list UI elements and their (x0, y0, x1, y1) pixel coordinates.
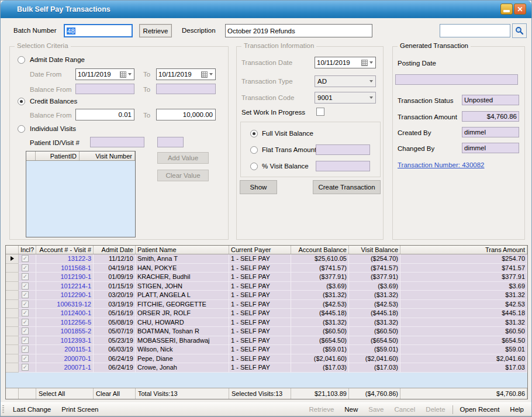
incl-checkbox[interactable]: ✓ (22, 346, 29, 353)
table-row[interactable]: ✓13122-311/12/10Smith, Anna T1 - SELF PA… (6, 254, 527, 264)
visit-balance-column-header[interactable]: Visit Balance (349, 246, 400, 254)
account-visit-link[interactable]: 1012400-1 (36, 309, 94, 318)
admit-date-cell: 05/07/19 (94, 327, 136, 336)
clear-all-button[interactable]: Clear All (94, 388, 136, 399)
table-row[interactable]: ✓200071-106/24/19Crowe, Jonah1 - SELF PA… (6, 363, 527, 373)
incl-checkbox[interactable]: ✓ (22, 364, 29, 371)
row-selector[interactable] (6, 273, 19, 282)
account-visit-link[interactable]: 13122-3 (36, 254, 94, 264)
account-balance-column-header[interactable]: Account Balance (291, 246, 349, 254)
account-visit-link[interactable]: 1012290-1 (36, 291, 94, 300)
individual-visits-radio[interactable] (18, 125, 25, 133)
incl-checkbox[interactable]: ✓ (22, 255, 29, 262)
credit-balances-radio[interactable] (18, 98, 25, 105)
row-selector[interactable] (6, 363, 19, 373)
account-visit-link[interactable]: 1012256-5 (36, 318, 94, 328)
incl-checkbox[interactable]: ✓ (22, 337, 29, 344)
window-title: Bulk Self Pay Transactions (17, 1, 110, 18)
date-from-field[interactable]: 10/11/2019 (75, 68, 134, 80)
table-row[interactable]: ✓1006319-1203/19/19FITCHIE, GEORGETTE1 -… (6, 300, 527, 309)
selector-column-header (6, 246, 19, 254)
incl-column-header[interactable]: Incl? (19, 246, 36, 254)
incl-checkbox[interactable]: ✓ (22, 264, 29, 271)
account-visit-link[interactable]: 200115-1 (36, 345, 94, 354)
row-selector[interactable] (6, 291, 19, 300)
credit-balance-from-field[interactable]: 0.01 (75, 109, 134, 120)
account-visit-link[interactable]: 1012214-1 (36, 282, 94, 291)
account-visit-link[interactable]: 1001855-2 (36, 327, 94, 336)
table-row[interactable]: ✓1012214-101/15/19STIGEN, JOHN1 - SELF P… (6, 282, 527, 291)
toolbar-item-print-screen[interactable]: Print Screen (56, 406, 103, 413)
incl-checkbox[interactable]: ✓ (22, 319, 29, 326)
pct-visit-balance-radio[interactable] (250, 163, 258, 170)
incl-checkbox[interactable]: ✓ (22, 301, 29, 308)
table-row[interactable]: ✓200115-106/03/19Wilson, Nick1 - SELF PA… (6, 345, 527, 354)
table-row[interactable]: ✓1011568-104/19/18HAN, POKYE1 - SELF PAY… (6, 264, 527, 273)
account-visit-link[interactable]: 1011568-1 (36, 264, 94, 273)
batch-number-input[interactable]: 48 (64, 24, 133, 37)
account-column-header[interactable]: Account # - Visit # (36, 246, 94, 254)
show-button[interactable]: Show (240, 180, 277, 194)
table-row[interactable]: ✓1012256-505/08/19CHU, HOWARD1 - SELF PA… (6, 318, 527, 328)
retrieve-button[interactable]: Retrieve (139, 24, 172, 37)
row-selector[interactable] (6, 354, 19, 364)
incl-checkbox[interactable]: ✓ (22, 282, 29, 290)
account-visit-link[interactable]: 200070-1 (36, 354, 94, 364)
toolbar-item-new[interactable]: New (339, 406, 363, 413)
table-row[interactable]: ✓1012190-101/09/19KRACHER, Budhil1 - SEL… (6, 273, 527, 282)
table-row[interactable]: ✓1001855-205/07/19BOATMAN, Toshan R1 - S… (6, 327, 527, 336)
row-selector[interactable] (6, 318, 19, 328)
row-selector[interactable] (6, 254, 19, 264)
create-transaction-button[interactable]: Create Transaction (313, 180, 381, 194)
row-selector[interactable] (6, 300, 19, 309)
incl-checkbox[interactable]: ✓ (22, 355, 29, 362)
toolbar-item-last-change[interactable]: Last Change (8, 406, 56, 413)
transaction-type-select[interactable]: AD (315, 75, 376, 87)
patient-name-column-header[interactable]: Patient Name (136, 246, 229, 254)
account-visit-link[interactable]: 1012190-1 (36, 273, 94, 282)
search-input[interactable] (440, 24, 510, 37)
current-payer-column-header[interactable]: Current Payer (229, 246, 291, 254)
description-input[interactable]: October 2019 Refunds (225, 24, 372, 37)
admit-date-range-radio[interactable] (18, 56, 25, 64)
table-row[interactable]: ✓1012400-105/16/19ORSER JR, ROLF1 - SELF… (6, 309, 527, 318)
transaction-code-select[interactable]: 9001 (315, 92, 376, 104)
incl-checkbox[interactable]: ✓ (22, 273, 29, 280)
bottom-toolbar: Last ChangePrint Screen RetrieveNewSaveC… (1, 402, 531, 416)
patient-visit-list: PatientID Visit Number (26, 151, 136, 237)
account-visit-link[interactable]: 1012393-1 (36, 336, 94, 346)
row-selector[interactable] (6, 336, 19, 346)
toolbar-item-help[interactable]: Help (505, 406, 529, 413)
minimize-button[interactable] (500, 4, 513, 15)
close-button[interactable]: ✕ (514, 4, 526, 15)
set-wip-checkbox[interactable] (316, 108, 324, 116)
credit-balances-label: Credit Balances (30, 98, 77, 105)
full-visit-balance-radio[interactable] (250, 130, 258, 137)
flat-trans-amount-radio[interactable] (250, 146, 258, 154)
row-selector[interactable] (6, 327, 19, 336)
table-row[interactable]: ✓200070-106/24/19Pepe, Diane1 - SELF PAY… (6, 354, 527, 364)
select-all-button[interactable]: Select All (36, 388, 94, 399)
account-visit-link[interactable]: 200071-1 (36, 363, 94, 373)
account-visit-link[interactable]: 1006319-12 (36, 300, 94, 309)
trans-amount-column-header[interactable]: Trans Amount (400, 246, 527, 254)
transaction-number-link[interactable]: Transaction Number: 430082 (398, 161, 485, 168)
toolbar-item-open-recent[interactable]: Open Recent (455, 406, 505, 413)
row-selector[interactable] (6, 282, 19, 291)
table-row[interactable]: ✓1012290-103/20/19PLATT, ANGELA L1 - SEL… (6, 291, 527, 300)
table-row[interactable]: ✓1012393-105/23/19MOBASSERI, Bharadwaj1 … (6, 336, 527, 346)
description-label: Description (182, 27, 216, 34)
admit-date-column-header[interactable]: Admit Date (94, 246, 136, 254)
transaction-date-field[interactable]: 10/11/2019 (315, 57, 376, 68)
patient-visit-list-body (26, 161, 135, 237)
incl-checkbox[interactable]: ✓ (22, 309, 29, 316)
row-selector[interactable] (6, 345, 19, 354)
credit-balance-to-field[interactable]: 10,000.00 (156, 109, 216, 120)
incl-checkbox[interactable]: ✓ (22, 291, 29, 298)
row-selector[interactable] (6, 309, 19, 318)
trans-amount-cell: $741.57 (400, 264, 527, 273)
incl-checkbox[interactable]: ✓ (22, 328, 29, 335)
date-to-field[interactable]: 10/11/2019 (156, 68, 216, 80)
search-button[interactable] (512, 23, 527, 38)
row-selector[interactable] (6, 264, 19, 273)
